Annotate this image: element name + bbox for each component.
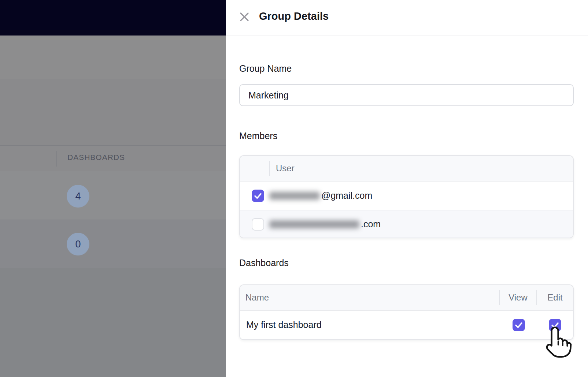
dashboards-heading: Dashboards	[239, 258, 289, 268]
background-area	[0, 268, 226, 377]
dimmed-background[interactable]: DASHBOARDS 4 0	[0, 0, 226, 377]
dashboards-table: Name View Edit My first dashboard	[239, 284, 574, 340]
dashboard-row: My first dashboard	[240, 311, 573, 339]
page-content-band	[0, 79, 226, 145]
email-visible-suffix: @gmail.com	[321, 190, 372, 201]
member-row: .com	[240, 210, 573, 238]
member-email: @gmail.com	[269, 190, 573, 201]
user-column-header: User	[270, 156, 573, 181]
dashboard-name: My first dashboard	[240, 320, 500, 330]
dashboards-column-header: DASHBOARDS	[67, 153, 125, 162]
app-top-bar	[0, 0, 226, 36]
name-column-header: Name	[240, 285, 499, 310]
dashboards-count-badge: 0	[67, 233, 89, 255]
group-details-drawer: Group Details Group Name Members User	[226, 0, 588, 377]
group-name-input[interactable]	[239, 84, 574, 106]
screen: DASHBOARDS 4 0 Group Details Group Name …	[0, 0, 588, 377]
dashboards-count-badge: 4	[67, 185, 89, 208]
member-email: .com	[269, 219, 573, 229]
redacted-email-text	[269, 192, 320, 200]
redacted-email-text	[269, 220, 359, 228]
members-table: User @gmail.com	[239, 155, 574, 238]
background-table-row: 4	[0, 171, 226, 220]
background-table-row: 0	[0, 220, 226, 268]
member-checkbox-unchecked[interactable]	[252, 218, 264, 231]
member-checkbox-checked[interactable]	[252, 190, 264, 202]
view-checkbox[interactable]	[513, 319, 525, 331]
edit-checkbox[interactable]	[549, 319, 561, 331]
dashboards-table-header: Name View Edit	[240, 285, 573, 311]
column-divider	[56, 151, 57, 167]
group-name-label: Group Name	[239, 63, 292, 74]
email-visible-suffix: .com	[361, 219, 381, 229]
page-toolbar-band	[0, 36, 226, 79]
check-icon	[550, 319, 561, 331]
member-row: @gmail.com	[240, 182, 573, 210]
view-column-header: View	[500, 285, 536, 310]
members-heading: Members	[239, 131, 277, 141]
drawer-header: Group Details	[226, 0, 588, 36]
members-table-header: User	[240, 156, 573, 182]
check-icon	[252, 190, 263, 202]
check-icon	[513, 319, 524, 331]
background-table-header: DASHBOARDS	[0, 145, 226, 171]
drawer-title: Group Details	[259, 10, 329, 22]
edit-column-header: Edit	[537, 285, 573, 310]
select-column-header	[240, 156, 269, 181]
close-icon[interactable]	[238, 11, 250, 23]
